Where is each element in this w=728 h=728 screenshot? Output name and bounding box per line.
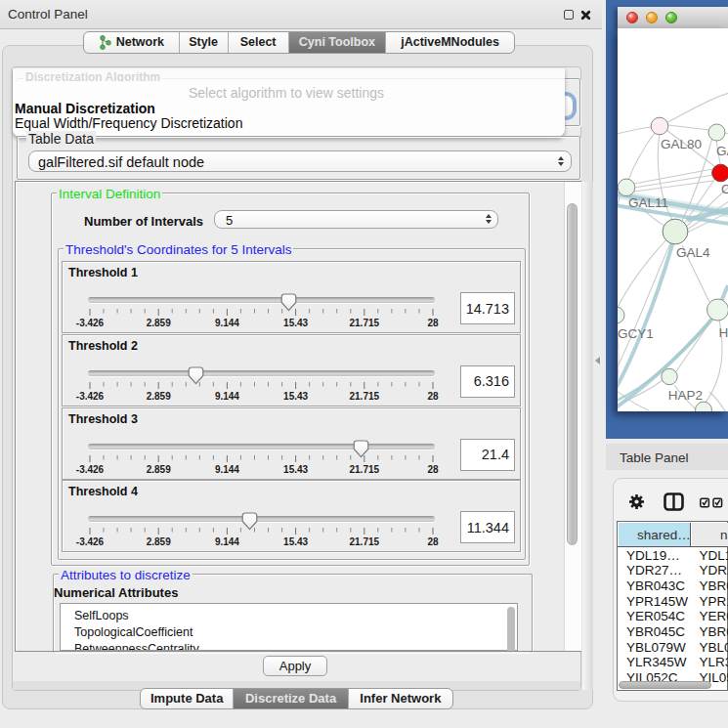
svg-text:-3.426: -3.426 [76, 463, 105, 474]
svg-text:21.715: 21.715 [350, 318, 380, 328]
svg-text:-3.426: -3.426 [76, 318, 105, 328]
svg-text:9.144: 9.144 [215, 463, 239, 474]
svg-text:2.859: 2.859 [147, 318, 171, 328]
svg-text:28: 28 [427, 536, 439, 547]
svg-text:21.715: 21.715 [350, 390, 380, 401]
svg-text:GCY1: GCY1 [618, 325, 654, 340]
svg-text:21.715: 21.715 [350, 536, 380, 547]
svg-text:15.43: 15.43 [283, 318, 308, 328]
svg-text:GAL11: GAL11 [628, 194, 668, 209]
svg-text:GAL80: GAL80 [661, 136, 702, 150]
svg-text:C: C [721, 182, 728, 196]
svg-text:15.43: 15.43 [283, 536, 308, 547]
svg-text:28: 28 [427, 318, 439, 328]
svg-text:2.859: 2.859 [147, 390, 171, 401]
svg-text:H: H [718, 325, 728, 340]
svg-text:15.43: 15.43 [283, 390, 308, 401]
svg-text:GAL4: GAL4 [676, 244, 710, 259]
svg-text:28: 28 [427, 390, 439, 401]
svg-text:2.859: 2.859 [147, 463, 171, 474]
svg-text:-3.426: -3.426 [76, 390, 105, 401]
svg-text:2.859: 2.859 [147, 536, 171, 547]
svg-text:21.715: 21.715 [350, 463, 380, 474]
svg-text:GA: GA [716, 143, 728, 157]
svg-text:15.43: 15.43 [283, 463, 308, 474]
svg-text:-3.426: -3.426 [76, 536, 105, 547]
svg-text:HAP2: HAP2 [668, 387, 703, 402]
svg-text:28: 28 [427, 463, 439, 474]
svg-text:9.144: 9.144 [215, 318, 239, 328]
svg-text:9.144: 9.144 [215, 390, 239, 401]
svg-text:9.144: 9.144 [215, 536, 239, 547]
